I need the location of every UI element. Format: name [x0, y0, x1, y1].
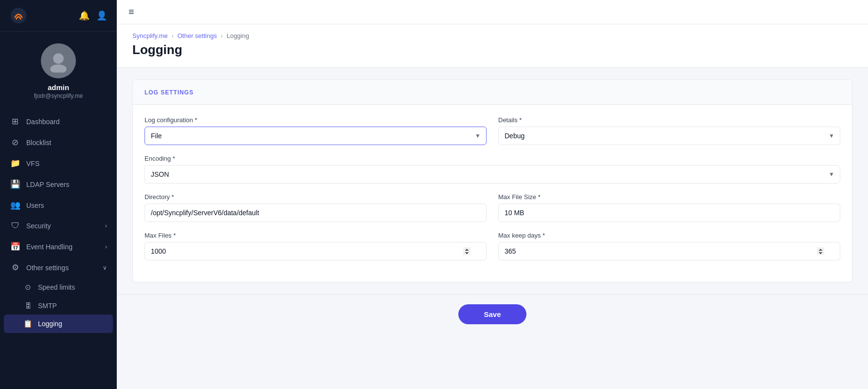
- smtp-icon: 🎛: [23, 301, 32, 310]
- max-files-group: Max Files *: [145, 232, 487, 260]
- form-row-2: Encoding * JSON Text ▼: [145, 155, 840, 184]
- encoding-select[interactable]: JSON Text: [145, 165, 840, 184]
- breadcrumb-link-syncplify[interactable]: Syncplify.me: [132, 32, 168, 39]
- sidebar-item-vfs[interactable]: 📁 VFS: [0, 153, 117, 174]
- sidebar-profile: admin fjodr@syncplify.me: [0, 32, 117, 107]
- sidebar-header: 🔔 👤: [0, 0, 117, 32]
- sidebar-sub-item-label: Speed limits: [38, 283, 75, 291]
- max-file-size-input[interactable]: [498, 204, 840, 222]
- page-title: Logging: [132, 42, 852, 57]
- avatar: [41, 43, 76, 78]
- svg-point-1: [53, 53, 64, 64]
- event-handling-icon: 📅: [10, 241, 20, 252]
- main-wrapper: ≡ Syncplify.me › Other settings › Loggin…: [117, 0, 868, 389]
- sidebar-item-security[interactable]: 🛡 Security ›: [0, 216, 117, 236]
- settings-icon: ⚙: [10, 262, 20, 273]
- details-select[interactable]: Debug Info Warning Error: [498, 127, 840, 145]
- notification-icon[interactable]: 🔔: [79, 10, 90, 21]
- form-row-4: Max Files * Max keep days *: [145, 232, 840, 260]
- save-button[interactable]: Save: [458, 304, 526, 324]
- breadcrumb-link-other-settings[interactable]: Other settings: [178, 32, 217, 39]
- breadcrumb-current: Logging: [227, 32, 249, 39]
- details-select-wrapper: Debug Info Warning Error ▼: [498, 127, 840, 145]
- directory-group: Directory *: [145, 193, 487, 222]
- sidebar-item-blocklist[interactable]: ⊘ Blocklist: [0, 132, 117, 153]
- details-label: Details *: [498, 116, 840, 124]
- speed-limits-icon: ⊙: [23, 283, 32, 292]
- sidebar-item-label: VFS: [26, 160, 39, 167]
- section-title: LOG SETTINGS: [145, 89, 194, 96]
- sidebar-action-icons: 🔔 👤: [79, 10, 107, 21]
- max-files-label: Max Files *: [145, 232, 487, 239]
- security-icon: 🛡: [10, 221, 20, 231]
- breadcrumb-separator: ›: [172, 33, 174, 39]
- form-row-1: Log configuration * File Console Syslog …: [145, 116, 840, 145]
- encoding-select-wrapper: JSON Text ▼: [145, 165, 840, 184]
- logging-icon: 📋: [23, 319, 32, 328]
- log-config-label: Log configuration *: [145, 116, 487, 124]
- svg-point-0: [11, 8, 26, 23]
- max-file-size-group: Max File Size *: [498, 193, 840, 222]
- sidebar-nav: ⊞ Dashboard ⊘ Blocklist 📁 VFS 💾 LDAP Ser…: [0, 107, 117, 389]
- topbar: ≡: [117, 0, 868, 24]
- sidebar-item-ldap[interactable]: 💾 LDAP Servers: [0, 174, 117, 195]
- svg-point-2: [50, 64, 67, 73]
- sidebar-item-label: Blocklist: [26, 139, 51, 147]
- dashboard-icon: ⊞: [10, 116, 20, 127]
- sidebar-item-label: Users: [26, 202, 44, 209]
- max-keep-days-input[interactable]: [498, 242, 840, 260]
- log-config-group: Log configuration * File Console Syslog …: [145, 116, 487, 145]
- form-body: Log configuration * File Console Syslog …: [133, 105, 852, 282]
- profile-email: fjodr@syncplify.me: [34, 93, 83, 99]
- breadcrumb: Syncplify.me › Other settings › Logging: [132, 32, 852, 39]
- form-section-header: LOG SETTINGS: [133, 80, 852, 105]
- main-content: Syncplify.me › Other settings › Logging …: [117, 24, 868, 389]
- page-header: Syncplify.me › Other settings › Logging …: [117, 24, 868, 68]
- sidebar-item-event-handling[interactable]: 📅 Event Handling ›: [0, 236, 117, 257]
- action-bar: Save: [117, 294, 868, 334]
- encoding-label: Encoding *: [145, 155, 840, 162]
- sidebar-item-dashboard[interactable]: ⊞ Dashboard: [0, 111, 117, 132]
- log-config-select-wrapper: File Console Syslog ▼: [145, 127, 487, 145]
- sidebar-item-speed-limits[interactable]: ⊙ Speed limits: [0, 278, 117, 296]
- max-keep-days-label: Max keep days *: [498, 232, 840, 239]
- sidebar-sub-item-label: SMTP: [38, 302, 57, 310]
- sidebar-item-label: Dashboard: [26, 118, 60, 126]
- profile-name: admin: [48, 83, 69, 92]
- sidebar-item-label: LDAP Servers: [26, 181, 69, 188]
- sidebar-item-smtp[interactable]: 🎛 SMTP: [0, 296, 117, 315]
- menu-toggle-button[interactable]: ≡: [128, 6, 134, 18]
- sidebar-item-other-settings[interactable]: ⚙ Other settings ∨: [0, 257, 117, 278]
- chevron-right-icon: ›: [105, 243, 107, 250]
- chevron-down-icon: ∨: [103, 264, 107, 271]
- chevron-right-icon: ›: [105, 222, 107, 229]
- user-circle-icon[interactable]: 👤: [96, 10, 107, 21]
- log-config-select[interactable]: File Console Syslog: [145, 127, 487, 145]
- sidebar-item-users[interactable]: 👥 Users: [0, 195, 117, 216]
- sidebar-item-label: Other settings: [26, 264, 69, 272]
- ldap-icon: 💾: [10, 179, 20, 189]
- max-files-input[interactable]: [145, 242, 487, 260]
- vfs-icon: 📁: [10, 158, 20, 168]
- users-icon: 👥: [10, 200, 20, 210]
- encoding-group: Encoding * JSON Text ▼: [145, 155, 840, 184]
- breadcrumb-separator: ›: [221, 33, 223, 39]
- log-settings-form: LOG SETTINGS Log configuration * File Co…: [132, 79, 852, 282]
- sidebar-sub-item-label: Logging: [38, 320, 62, 328]
- sidebar: 🔔 👤 admin fjodr@syncplify.me ⊞ Dashboard…: [0, 0, 117, 389]
- directory-input[interactable]: [145, 204, 487, 222]
- details-group: Details * Debug Info Warning Error ▼: [498, 116, 840, 145]
- app-logo: [10, 7, 27, 24]
- max-file-size-label: Max File Size *: [498, 193, 840, 201]
- sidebar-item-logging[interactable]: 📋 Logging: [4, 315, 113, 333]
- sidebar-item-label: Security: [26, 222, 51, 230]
- blocklist-icon: ⊘: [10, 137, 20, 148]
- sidebar-item-label: Event Handling: [26, 243, 72, 251]
- form-row-3: Directory * Max File Size *: [145, 193, 840, 222]
- max-keep-days-group: Max keep days *: [498, 232, 840, 260]
- directory-label: Directory *: [145, 193, 487, 201]
